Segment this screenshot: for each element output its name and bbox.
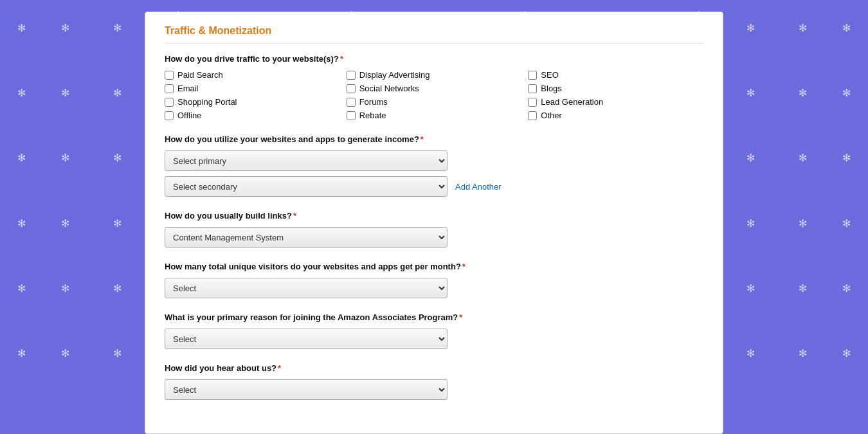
traffic-checkboxes: Paid Search Display Advertising SEO Emai… (165, 70, 703, 120)
checkbox-offline-input[interactable] (165, 111, 174, 120)
visitors-select-row: Select Under 500 500 to 10,000 10,001 to… (165, 278, 703, 298)
checkbox-email-input[interactable] (165, 84, 174, 93)
checkbox-display-advertising[interactable]: Display Advertising (347, 70, 522, 80)
checkbox-paid-search[interactable]: Paid Search (165, 70, 340, 80)
reason-question-block: What is your primary reason for joining … (165, 312, 703, 349)
form-container: Traffic & Monetization How do you drive … (145, 12, 723, 434)
links-select[interactable]: Content Management System HTML Editor WY… (165, 227, 448, 248)
reason-select-row: Select Earn extra income Build my busine… (165, 329, 703, 349)
hear-about-question-block: How did you hear about us?* Select Searc… (165, 363, 703, 400)
income-secondary-select[interactable]: Select secondary Amazon Associates Links… (165, 176, 448, 197)
reason-select[interactable]: Select Earn extra income Build my busine… (165, 329, 448, 349)
income-primary-select[interactable]: Select primary Amazon Associates Links D… (165, 150, 448, 171)
hear-about-select-row: Select Search Engine Email Friend or Col… (165, 379, 703, 400)
reason-question-label: What is your primary reason for joining … (165, 312, 703, 322)
checkbox-lead-generation-input[interactable] (528, 98, 537, 107)
add-another-link[interactable]: Add Another (455, 182, 502, 192)
traffic-question-label: How do you drive traffic to your website… (165, 54, 703, 64)
checkbox-seo-input[interactable] (528, 71, 537, 80)
links-question-label: How do you usually build links?* (165, 211, 703, 221)
checkbox-social-networks-input[interactable] (347, 84, 356, 93)
checkbox-blogs-input[interactable] (528, 84, 537, 93)
checkbox-other-input[interactable] (528, 111, 537, 120)
hear-about-select[interactable]: Select Search Engine Email Friend or Col… (165, 379, 448, 400)
checkbox-offline[interactable]: Offline (165, 111, 340, 120)
checkbox-shopping-portal-input[interactable] (165, 98, 174, 107)
income-question-block: How do you utilize your websites and app… (165, 134, 703, 197)
section-title: Traffic & Monetization (165, 25, 703, 44)
checkbox-forums-input[interactable] (347, 98, 356, 107)
visitors-question-block: How many total unique visitors do your w… (165, 262, 703, 298)
checkbox-rebate[interactable]: Rebate (347, 111, 522, 120)
visitors-question-label: How many total unique visitors do your w… (165, 262, 703, 271)
links-select-row: Content Management System HTML Editor WY… (165, 227, 703, 248)
checkbox-shopping-portal[interactable]: Shopping Portal (165, 97, 340, 107)
checkbox-paid-search-input[interactable] (165, 71, 174, 80)
checkbox-other[interactable]: Other (528, 111, 703, 120)
income-secondary-row: Select secondary Amazon Associates Links… (165, 176, 703, 197)
checkbox-social-networks[interactable]: Social Networks (347, 84, 522, 93)
hear-about-question-label: How did you hear about us?* (165, 363, 703, 373)
visitors-select[interactable]: Select Under 500 500 to 10,000 10,001 to… (165, 278, 448, 298)
checkbox-forums[interactable]: Forums (347, 97, 522, 107)
income-question-label: How do you utilize your websites and app… (165, 134, 703, 144)
checkbox-lead-generation[interactable]: Lead Generation (528, 97, 703, 107)
checkbox-display-advertising-input[interactable] (347, 71, 356, 80)
traffic-question-block: How do you drive traffic to your website… (165, 54, 703, 120)
income-primary-row: Select primary Amazon Associates Links D… (165, 150, 703, 171)
checkbox-rebate-input[interactable] (347, 111, 356, 120)
checkbox-seo[interactable]: SEO (528, 70, 703, 80)
checkbox-email[interactable]: Email (165, 84, 340, 93)
checkbox-blogs[interactable]: Blogs (528, 84, 703, 93)
links-question-block: How do you usually build links?* Content… (165, 211, 703, 248)
